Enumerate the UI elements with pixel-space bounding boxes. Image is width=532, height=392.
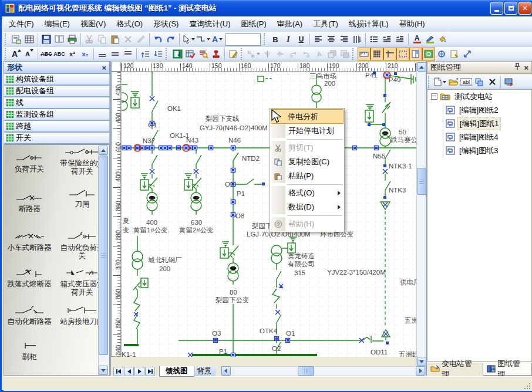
cut-button[interactable] [83, 33, 96, 46]
align-center-button[interactable] [325, 33, 338, 46]
font-combo[interactable] [225, 33, 261, 46]
outdent-button[interactable] [381, 33, 393, 46]
shape-group-lines[interactable]: 线 [4, 97, 110, 109]
canvas-scroll-right-button[interactable] [416, 366, 425, 376]
line-color-button[interactable] [423, 33, 436, 46]
underline-button[interactable]: U [295, 33, 308, 46]
shrink-font-button[interactable]: A [23, 48, 36, 60]
scroll-thumb[interactable] [99, 156, 108, 355]
canvas-vscroll-thumb[interactable] [417, 168, 426, 195]
connection-points-button[interactable] [461, 48, 474, 60]
first-sheet-button[interactable] [113, 367, 123, 376]
rotate-right-button[interactable] [299, 48, 312, 60]
pan-view-toggle-button[interactable] [422, 48, 435, 60]
tab-drawing-manager[interactable]: 图纸管理 [483, 363, 532, 376]
menu-tools[interactable]: 工具(T) [308, 17, 344, 31]
table-check-button[interactable] [184, 48, 197, 60]
line-spacing-15-button[interactable] [109, 48, 122, 60]
toolbar-grip[interactable] [166, 48, 170, 60]
canvas-hscrollbar[interactable] [221, 366, 426, 376]
menu-edit[interactable]: 编辑(E) [39, 17, 75, 31]
fill-color-button[interactable] [436, 33, 449, 46]
rotate-left-button[interactable] [287, 48, 299, 60]
page-break-toggle-button[interactable] [409, 48, 422, 60]
export-sheet-button[interactable] [503, 76, 516, 89]
delete-sheet-button[interactable] [486, 76, 499, 89]
ruler-toggle-button[interactable] [358, 48, 371, 60]
menu-query-stats[interactable]: 查询统计(U) [184, 17, 235, 31]
line-spacing-1-button[interactable] [96, 48, 109, 60]
text-tool-button[interactable]: A [211, 33, 224, 46]
redo-button[interactable] [164, 33, 177, 46]
toolbar-grip[interactable] [352, 48, 356, 60]
shape-auto-breaker[interactable]: 自动化断路器 [6, 305, 52, 326]
tab-feeder-diagram[interactable]: 馈线图 [159, 366, 194, 377]
shape-trolley-breaker[interactable]: 小车式断路器 [6, 231, 52, 252]
font-color-button[interactable]: A [410, 33, 423, 46]
toolbar-grip[interactable] [5, 48, 9, 60]
note-edit-button[interactable] [227, 48, 240, 60]
para-spacing-down-button[interactable] [151, 48, 164, 60]
align-right-button[interactable] [338, 33, 351, 46]
shape-group-distribution[interactable]: 配电设备组 [4, 86, 110, 97]
toolbar-grip[interactable] [241, 48, 245, 60]
shape-load-switch[interactable]: 负荷开关 [6, 152, 52, 173]
chart-view-button[interactable] [171, 48, 184, 60]
shape-aux-cabinet[interactable]: 副柜 [6, 340, 52, 361]
connector-tool-button[interactable] [196, 33, 211, 46]
print-button[interactable] [66, 33, 79, 46]
shapes-panel-close-icon[interactable]: × [102, 63, 106, 72]
bold-button[interactable]: B [269, 33, 282, 46]
minimize-button[interactable] [490, 2, 503, 15]
menu-file[interactable]: 文件(F) [4, 17, 39, 31]
superscript-button[interactable]: x² [66, 48, 79, 60]
delete-button[interactable] [122, 33, 134, 46]
menu-item-paste[interactable]: 粘贴(P) [271, 169, 344, 183]
menu-item-format[interactable]: 格式(O) [271, 186, 344, 200]
toolbar-grip[interactable] [428, 76, 432, 88]
tree-item-sheet4[interactable]: [编辑]图纸4 [427, 130, 531, 144]
line-spacing-2-button[interactable] [122, 48, 134, 60]
undo-button[interactable] [151, 33, 164, 46]
shape-circuit-breaker[interactable]: 断路器 [6, 192, 52, 213]
guides-toggle-button[interactable] [383, 48, 396, 60]
shape-group-structures[interactable]: 构筑设备组 [4, 74, 110, 86]
menu-drawing[interactable]: 图纸(P) [235, 17, 271, 31]
copy-button[interactable] [96, 33, 109, 46]
tab-background[interactable]: 背景 [191, 366, 218, 377]
scroll-down-button[interactable] [99, 366, 108, 375]
shape-group-switches[interactable]: 开关 [4, 133, 110, 144]
prev-sheet-button[interactable] [124, 367, 134, 376]
bullets-button[interactable] [368, 33, 381, 46]
properties-button[interactable] [448, 48, 461, 60]
menu-shape[interactable]: 形状(S) [148, 17, 184, 31]
strikethrough-button[interactable]: ABC [40, 48, 53, 60]
print-preview-button[interactable] [53, 33, 66, 46]
canvas-scroll-left-button[interactable] [221, 366, 231, 376]
toolbar-grip[interactable] [264, 33, 268, 45]
rotate-menu-button[interactable] [246, 48, 261, 60]
tree-item-sheet1-selected[interactable]: [编辑]图纸1 [427, 117, 531, 130]
menu-item-copy-drawing[interactable]: 复制绘图(C) [271, 155, 344, 169]
shape-dropout-fuse[interactable]: 跌落式熔断器 [6, 267, 52, 288]
shape-group-monitoring[interactable]: 监测设备组 [4, 109, 110, 121]
tree-item-sheet3[interactable]: [编辑]图纸3 [427, 144, 531, 157]
menu-view[interactable]: 视图(V) [75, 17, 111, 31]
close-button[interactable]: ✕ [518, 2, 531, 15]
save-button[interactable] [40, 33, 53, 46]
paste-button[interactable] [109, 33, 122, 46]
open-sheet-button[interactable] [447, 76, 460, 89]
vertical-text-button[interactable] [351, 33, 363, 46]
no-strikethrough-button[interactable]: ABC [53, 48, 66, 60]
bring-forward-button[interactable] [325, 48, 338, 60]
subscript-button[interactable]: x₂ [79, 48, 92, 60]
canvas-vscrollbar[interactable] [416, 62, 426, 367]
flip-horizontal-button[interactable] [261, 48, 274, 60]
send-backward-button[interactable] [338, 48, 351, 60]
para-spacing-up-button[interactable] [139, 48, 151, 60]
resize-grip[interactable] [523, 382, 531, 390]
pointer-tool-button[interactable] [181, 33, 196, 46]
new-drawing-button[interactable] [10, 33, 23, 46]
grid-toggle-button[interactable] [371, 48, 383, 60]
rename-sheet-button[interactable]: abl [460, 76, 473, 89]
